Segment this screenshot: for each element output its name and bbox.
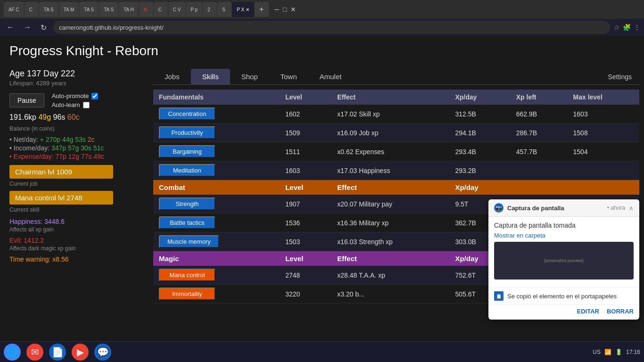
auto-promote-checkbox[interactable] (91, 93, 98, 99)
taskbar-right: US 📶 🔋 17:16 (593, 349, 640, 355)
minimize-icon[interactable]: ─ (274, 6, 279, 13)
skill-concentration-level: 1602 (280, 105, 331, 123)
skill-meditation-btn[interactable]: Meditation (159, 164, 215, 177)
url-bar[interactable] (53, 21, 610, 34)
combat-col-effect: Effect (331, 180, 449, 195)
bookmark-icon[interactable]: ☆ (614, 24, 620, 31)
taskbar-docs[interactable]: 📄 (49, 344, 66, 361)
tab-c2[interactable]: C (154, 2, 168, 17)
extension-icon[interactable]: 🧩 (623, 24, 631, 31)
current-job-label: Current job (9, 181, 139, 187)
skill-productivity-btn[interactable]: Productivity (159, 126, 215, 139)
skill-productivity-xpday: 294.1B (449, 123, 510, 142)
skill-concentration-effect: x17.02 Skill xp (331, 105, 449, 123)
notif-edit-button[interactable]: EDITAR (577, 308, 599, 315)
maximize-icon[interactable]: □ (283, 6, 287, 13)
tab-amulet[interactable]: Amulet (308, 69, 353, 84)
tab-s[interactable]: S (217, 2, 231, 17)
skill-strength-btn[interactable]: Strength (159, 197, 215, 210)
skill-concentration-xpday: 312.5B (449, 105, 510, 123)
skill-mana-control-btn[interactable]: Mana control (159, 269, 215, 281)
chevron-up-icon[interactable]: ∧ (629, 205, 634, 212)
notif-title-text: Captura de pantalla tomada (494, 222, 634, 229)
col-fundamentals: Fundamentals (153, 90, 280, 105)
skill-bargaining-xpleft: 457.7B (511, 142, 568, 161)
clipboard-icon: 📋 (494, 291, 504, 301)
battery-icon: 🔋 (615, 349, 622, 355)
section-combat-header: Combat Level Effect Xp/day (153, 180, 639, 195)
skill-immortality-btn[interactable]: Immortality (159, 288, 215, 300)
table-row: Bargaining 1511 x0.62 Expenses 293.4B 45… (153, 142, 639, 161)
happiness-label: Affects all xp gain (9, 226, 139, 233)
back-button[interactable]: ← (4, 22, 17, 33)
taskbar-youtube[interactable]: ▶ (72, 344, 89, 361)
menu-icon[interactable]: ⋮ (634, 24, 640, 31)
pause-button[interactable]: Pause (9, 93, 44, 107)
taskbar-chrome[interactable]: 🌐 (4, 344, 21, 361)
expense-day: • Expense/day: 77p 12g 77s 49c (9, 153, 139, 160)
skill-productivity-maxlevel: 1508 (568, 123, 639, 142)
skill-battle-tactics-effect: x16.36 Military xp (331, 214, 449, 232)
tab-px-active[interactable]: P X ✕ (232, 2, 254, 17)
taskbar-chat[interactable]: 💬 (94, 344, 111, 361)
tab-af[interactable]: AF C (4, 2, 24, 17)
tab-skills[interactable]: Skills (191, 69, 230, 84)
tab-town[interactable]: Town (269, 69, 308, 84)
notification-popup: 📷 Captura de pantalla • ahora ∧ Captura … (488, 199, 639, 320)
skill-mana-control-level: 2748 (280, 266, 331, 285)
skill-muscle-memory-level: 1503 (280, 232, 331, 251)
col-effect: Effect (331, 90, 449, 105)
resources-display: 191.6kp 49g 96s 60c (9, 113, 139, 122)
app-title: Progress Knight - Reborn (0, 36, 644, 64)
auto-learn-checkbox[interactable] (83, 102, 90, 108)
tab-c1[interactable]: C (25, 2, 39, 17)
close-icon[interactable]: ✕ (290, 6, 296, 13)
settings-link[interactable]: Settings (600, 69, 639, 84)
skill-bargaining-xpday: 293.4B (449, 142, 510, 161)
skill-battle-tactics-btn[interactable]: Battle tactics (159, 216, 215, 229)
skill-bargaining-level: 1511 (280, 142, 331, 161)
browser-controls: ← → ↻ ☆ 🧩 ⋮ (0, 19, 644, 36)
taskbar-gmail[interactable]: ✉ (26, 344, 43, 361)
notif-sub-action[interactable]: Mostrar en carpeta (494, 232, 634, 239)
taskbar-time: 17:16 (626, 349, 640, 355)
tab-ta1[interactable]: TA S (39, 2, 58, 17)
col-xpday: Xp/day (449, 90, 510, 105)
notif-app-name: Captura de pantalla (507, 205, 603, 212)
reload-button[interactable]: ↻ (38, 22, 50, 33)
skill-bargaining-btn[interactable]: Bargaining (159, 145, 215, 158)
tab-new[interactable]: + (255, 2, 269, 17)
notification-header: 📷 Captura de pantalla • ahora ∧ (488, 199, 639, 217)
tab-pp[interactable]: P p (186, 2, 202, 17)
stat-age: Age 137 Day 222 (9, 69, 139, 79)
table-row: Productivity 1509 x16.09 Job xp 294.1B 2… (153, 123, 639, 142)
skill-productivity-effect: x16.09 Job xp (331, 123, 449, 142)
tab-n[interactable]: N (139, 2, 153, 17)
tab-shop[interactable]: Shop (230, 69, 269, 84)
skill-muscle-memory-btn[interactable]: Muscle memory (159, 235, 219, 248)
tab-ta5[interactable]: TA H (119, 2, 138, 17)
table-row: Concentration 1602 x17.02 Skill xp 312.5… (153, 105, 639, 123)
skill-bargaining-effect: x0.62 Expenses (331, 142, 449, 161)
skill-productivity-xpleft: 286.7B (511, 123, 568, 142)
auto-promote-option[interactable]: Auto-promote (52, 92, 99, 99)
current-skill-bar[interactable]: Mana control lvl 2748 (9, 191, 113, 205)
tab-ta4[interactable]: TA S (99, 2, 118, 17)
time-warning: Time warning: x8.56 (9, 255, 139, 263)
skill-meditation-effect: x17.03 Happiness (331, 161, 449, 180)
auto-learn-option[interactable]: Auto-learn (52, 101, 99, 108)
col-xpleft: Xp left (511, 90, 568, 105)
taskbar-apps: 🌐 ✉ 📄 ▶ 💬 (4, 344, 111, 361)
forward-button[interactable]: → (21, 22, 34, 33)
tab-ta3[interactable]: TA S (79, 2, 99, 17)
tab-2[interactable]: 2 (203, 2, 217, 17)
magic-col-level: Level (280, 251, 331, 266)
current-job-bar[interactable]: Chairman lvl 1009 (9, 165, 113, 179)
skill-mana-control-effect: x28.48 T.A.A. xp (331, 266, 449, 285)
tab-cv[interactable]: C V (168, 2, 186, 17)
tab-jobs[interactable]: Jobs (153, 69, 191, 84)
notif-delete-button[interactable]: BORRAR (607, 308, 634, 315)
left-panel: Age 137 Day 222 Lifespan: 4289 years Pau… (0, 64, 149, 362)
skill-concentration-btn[interactable]: Concentration (159, 107, 215, 120)
tab-ta2[interactable]: TA M (59, 2, 79, 17)
